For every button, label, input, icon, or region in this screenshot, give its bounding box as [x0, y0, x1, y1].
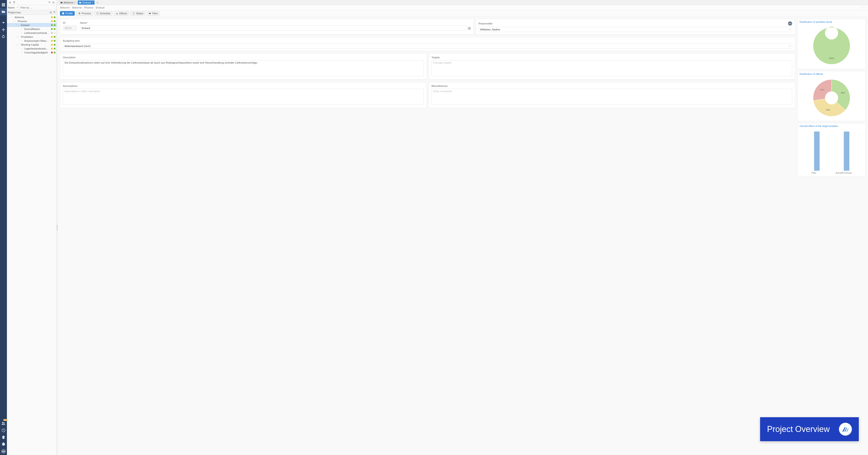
breadcrumb-item[interactable]: Phoenix	[84, 6, 93, 9]
star-icon[interactable]: ☆	[18, 35, 20, 38]
tree-item[interactable]: - ☆ Airborne	[7, 15, 57, 19]
tree-item[interactable]: - ☆ Einkauf	[7, 23, 57, 27]
tree-toggle-icon[interactable]: -	[12, 20, 14, 22]
star-icon[interactable]: ☆	[21, 51, 24, 54]
tree-item-label: Lieferantenverhandl...	[24, 32, 50, 34]
tree-item[interactable]: - ☆ Produktion	[7, 35, 57, 39]
donut-label: 36%	[826, 109, 830, 111]
tree-toggle-icon[interactable]: -	[15, 24, 18, 26]
status-dot	[51, 44, 53, 45]
id-label: ID	[63, 22, 77, 24]
status-dot	[54, 20, 56, 22]
effects-title: Distribution of effects	[800, 72, 864, 75]
name-field[interactable]	[80, 26, 467, 31]
misc-field[interactable]	[432, 89, 793, 105]
status-dot	[51, 48, 53, 50]
toolbar-label: Files	[152, 12, 157, 15]
bar	[844, 132, 849, 171]
tree-item[interactable]: - ☆ Working Capital	[7, 43, 57, 46]
targets-field[interactable]	[432, 60, 793, 76]
tree-header-label: Project tree	[8, 11, 21, 14]
tree-item[interactable]: ☆ Lagerbestandsredu...	[7, 46, 57, 51]
breadcrumb-item[interactable]: Airborne	[60, 6, 70, 9]
tree-item[interactable]: ☆ Umschlagshäufigkeit	[7, 51, 57, 54]
calendar-icon	[96, 12, 99, 14]
status-dot	[54, 24, 56, 26]
users-icon[interactable]: New	[0, 420, 7, 427]
tree-item-label: Anpassungen Masc...	[24, 39, 50, 42]
target-icon[interactable]: ◎	[52, 0, 56, 5]
tree-item[interactable]: ☆ Anpassungen Masc...	[7, 39, 57, 43]
add-tab-button[interactable]: +	[95, 0, 100, 5]
chevron-down-icon[interactable]	[0, 19, 7, 26]
star-icon[interactable]: ☆	[21, 28, 24, 30]
star-icon[interactable]: ☆	[14, 20, 17, 22]
svg-rect-6	[2, 5, 3, 6]
expand-all-icon[interactable]: ⇈	[12, 0, 16, 5]
star-icon[interactable]: ☆	[18, 43, 20, 46]
help-icon[interactable]: ?	[0, 427, 7, 434]
sidebar-resize-handle[interactable]	[57, 0, 58, 455]
profile-button[interactable]: iProfile	[60, 11, 75, 16]
assumptions-field[interactable]	[63, 89, 424, 105]
breadcrumb-item[interactable]: Airborne	[72, 6, 82, 9]
apps-icon[interactable]	[0, 1, 7, 8]
budgeting-select[interactable]: Materialaufwand (GuV) ▾	[63, 43, 792, 48]
files-button[interactable]: Files	[147, 11, 159, 16]
wand-icon[interactable]: ✎	[47, 0, 52, 5]
status-button[interactable]: Status	[130, 11, 145, 16]
next-icon[interactable]: ›	[865, 6, 866, 9]
plus-icon[interactable]	[0, 26, 7, 33]
bar	[814, 132, 819, 171]
gear-icon[interactable]	[0, 441, 7, 448]
status-dot	[51, 32, 53, 34]
tree-item-label: Umschlagshäufigkeit	[24, 51, 50, 54]
tree-toggle-icon[interactable]: -	[9, 16, 11, 19]
tab[interactable]: Airborne×	[59, 0, 77, 5]
tree-toggle-icon[interactable]: -	[15, 43, 18, 46]
prev-icon[interactable]: ‹	[863, 6, 864, 9]
star-icon[interactable]: ☆	[21, 39, 24, 42]
project-tree: - ☆ Airborne - ☆ Phoenix - ☆ Einkauf ☆ D…	[7, 15, 57, 455]
hierarchy-icon[interactable]: ⊞	[468, 26, 471, 30]
flag-icon[interactable]: ⚑	[53, 11, 56, 14]
tab[interactable]: Einkauf×	[78, 0, 95, 5]
calendar-icon[interactable]: ▤	[50, 11, 52, 14]
refresh-icon[interactable]	[0, 33, 7, 40]
tree-item[interactable]: - ☆ Phoenix	[7, 19, 57, 23]
process-button[interactable]: Process	[76, 11, 93, 16]
svg-point-9	[2, 422, 3, 423]
avatar[interactable]: NW	[1, 449, 6, 454]
responsible-select[interactable]: Wittleben, Nadine ▾	[478, 27, 792, 32]
status-dot	[51, 24, 53, 26]
trash-icon[interactable]	[0, 434, 7, 441]
name-label: Name*	[80, 22, 471, 24]
svg-rect-3	[2, 4, 3, 5]
description-field[interactable]	[63, 60, 424, 76]
tree-item[interactable]: ☆ Lieferantenverhandl...	[7, 31, 57, 35]
svg-rect-4	[3, 4, 4, 5]
chart-icon	[116, 12, 118, 14]
tree-toggle-icon[interactable]: -	[15, 35, 18, 38]
close-icon[interactable]: ×	[92, 1, 93, 4]
effects-button[interactable]: Effects	[114, 11, 129, 16]
status-dot	[51, 40, 53, 42]
schedule-button[interactable]: Schedule	[94, 11, 113, 16]
star-icon[interactable]: ☆	[11, 16, 14, 19]
svg-point-10	[4, 423, 5, 424]
collapse-all-icon[interactable]: ⇊	[8, 0, 12, 5]
close-icon[interactable]: ×	[74, 1, 75, 4]
breadcrumb-item[interactable]: Einkauf	[96, 6, 104, 9]
tree-item-label: Lagerbestandsredu...	[24, 47, 50, 50]
filter-type-dropdown[interactable]: Name ▾	[7, 5, 19, 10]
tree-item[interactable]: ☆ Diversifikation	[7, 27, 57, 31]
svg-rect-15	[97, 12, 98, 14]
folder-icon[interactable]	[0, 8, 7, 15]
tree-item-label: Phoenix	[18, 20, 50, 23]
filter-input[interactable]	[19, 5, 57, 10]
star-icon[interactable]: ☆	[18, 24, 20, 26]
star-icon[interactable]: ☆	[21, 47, 24, 50]
id-field	[63, 26, 77, 31]
donut-label: 36%	[841, 92, 845, 94]
star-icon[interactable]: ☆	[21, 32, 24, 34]
